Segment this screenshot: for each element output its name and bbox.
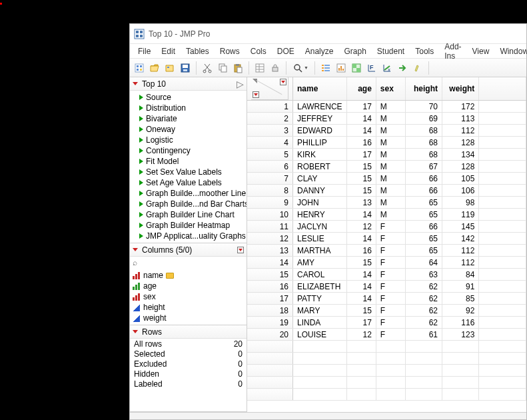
cell[interactable]: 15 [346, 185, 376, 197]
toolbar-copy-icon[interactable] [216, 61, 229, 75]
table-row-empty[interactable] [247, 389, 526, 401]
table-row[interactable]: 1LAWRENCE17M70172 [247, 101, 526, 113]
cell[interactable]: M [376, 101, 405, 113]
toolbar-lock-icon[interactable] [268, 61, 282, 75]
column-search[interactable]: ⌕ [130, 257, 247, 269]
toolbar-open-icon[interactable] [148, 61, 161, 75]
cell[interactable]: 14 [346, 209, 376, 221]
cell[interactable]: 112 [442, 245, 479, 257]
cell-blank[interactable] [479, 329, 526, 341]
cell[interactable]: F [376, 257, 405, 269]
cell-blank[interactable] [479, 185, 526, 197]
cell[interactable]: 119 [442, 209, 479, 221]
menu-graph[interactable]: Graph [338, 45, 371, 57]
cell[interactable]: DANNY [293, 185, 347, 197]
cell[interactable]: 67 [406, 161, 442, 173]
table-row[interactable]: 14AMY15F64112 [247, 257, 526, 269]
script-item[interactable]: Set Age Value Labels [130, 177, 247, 188]
cell-blank[interactable] [479, 197, 526, 209]
table-row[interactable]: 18MARY15F6292 [247, 305, 526, 317]
toolbar-dist-icon[interactable] [334, 61, 348, 75]
cell[interactable]: 15 [346, 305, 376, 317]
menu-student[interactable]: Student [372, 45, 410, 57]
cell[interactable]: M [376, 161, 405, 173]
cell[interactable]: 15 [346, 173, 376, 185]
cell[interactable]: 62 [406, 317, 442, 329]
cell[interactable]: 116 [442, 317, 479, 329]
table-row[interactable]: 11JACLYN12F66145 [247, 221, 526, 233]
toolbar-save-icon[interactable] [179, 61, 192, 75]
cell[interactable]: 112 [442, 125, 479, 137]
menu-cols[interactable]: Cols [245, 45, 272, 57]
cell-blank[interactable] [479, 293, 526, 305]
toolbar-marker-icon[interactable] [411, 61, 424, 75]
column-item-weight[interactable]: weight [130, 313, 247, 323]
cell[interactable]: JOHN [293, 197, 347, 209]
row-number[interactable]: 13 [247, 245, 293, 257]
table-row[interactable]: 8DANNY15M66106 [247, 185, 526, 197]
row-number[interactable]: 16 [247, 281, 293, 293]
cell[interactable]: 16 [346, 245, 376, 257]
cell[interactable]: F [376, 305, 405, 317]
toolbar-green-grid-icon[interactable] [350, 61, 363, 75]
rows-panel-header[interactable]: Rows [130, 325, 247, 339]
table-row[interactable]: 4PHILLIP16M68128 [247, 137, 526, 149]
table-row[interactable]: 10HENRY14M65119 [247, 209, 526, 221]
toolbar-list-icon[interactable] [319, 61, 332, 75]
menu-edit[interactable]: Edit [156, 45, 181, 57]
toolbar-fit-line-icon[interactable]: x [380, 61, 394, 75]
cell[interactable]: 16 [346, 137, 376, 149]
cell[interactable]: 84 [442, 269, 479, 281]
cell[interactable]: LINDA [293, 317, 347, 329]
cell[interactable]: 17 [346, 101, 376, 113]
cell[interactable]: ELIZABETH [293, 281, 347, 293]
row-number[interactable]: 9 [247, 197, 293, 209]
table-row-empty[interactable] [247, 341, 526, 353]
cell[interactable]: 128 [442, 137, 479, 149]
table-row[interactable]: 17PATTY14F6285 [247, 293, 526, 305]
toolbar-new-datatable-icon[interactable] [133, 61, 146, 75]
cell-blank[interactable] [479, 137, 526, 149]
send-icon[interactable]: ▷ [237, 79, 244, 89]
cell[interactable]: 68 [406, 125, 442, 137]
cell[interactable]: 62 [406, 305, 442, 317]
script-item[interactable]: Oneway [130, 124, 247, 135]
cell[interactable]: M [376, 149, 405, 161]
cell-blank[interactable] [479, 113, 526, 125]
cell[interactable]: 91 [442, 281, 479, 293]
script-item[interactable]: Graph Builde...nd Bar Charts [130, 199, 247, 209]
table-row-empty[interactable] [247, 365, 526, 377]
cell[interactable]: 63 [406, 269, 442, 281]
column-item-name[interactable]: name [130, 270, 247, 281]
cell[interactable]: 98 [442, 197, 479, 209]
toolbar-recode-icon[interactable] [253, 61, 266, 75]
cell-blank[interactable] [479, 281, 526, 293]
row-number[interactable]: 8 [247, 185, 293, 197]
cell[interactable]: HENRY [293, 209, 347, 221]
menu-window[interactable]: Window [494, 45, 527, 57]
cell[interactable]: 14 [346, 233, 376, 245]
row-number[interactable]: 1 [247, 101, 293, 113]
row-number[interactable]: 6 [247, 161, 293, 173]
table-row[interactable]: 13MARTHA16F65112 [247, 245, 526, 257]
cell[interactable]: M [376, 209, 405, 221]
row-number[interactable]: 11 [247, 221, 293, 233]
cell[interactable]: 105 [442, 173, 479, 185]
cell[interactable]: 113 [442, 113, 479, 125]
cell[interactable]: 64 [406, 257, 442, 269]
cell[interactable]: MARTHA [293, 245, 347, 257]
table-row[interactable]: 3EDWARD14M68112 [247, 125, 526, 137]
cell[interactable]: 172 [442, 101, 479, 113]
cell[interactable]: 17 [346, 317, 376, 329]
cell[interactable]: 123 [442, 329, 479, 341]
column-header-sex[interactable]: sex [376, 77, 405, 101]
cell[interactable]: KIRK [293, 149, 347, 161]
column-item-age[interactable]: age [130, 281, 247, 291]
cell[interactable]: 70 [406, 101, 442, 113]
cell[interactable]: F [376, 221, 405, 233]
menu-tools[interactable]: Tools [410, 45, 439, 57]
cell[interactable]: 66 [406, 173, 442, 185]
cell[interactable]: 14 [346, 113, 376, 125]
table-row[interactable]: 7CLAY15M66105 [247, 173, 526, 185]
cell[interactable]: JEFFREY [293, 113, 347, 125]
